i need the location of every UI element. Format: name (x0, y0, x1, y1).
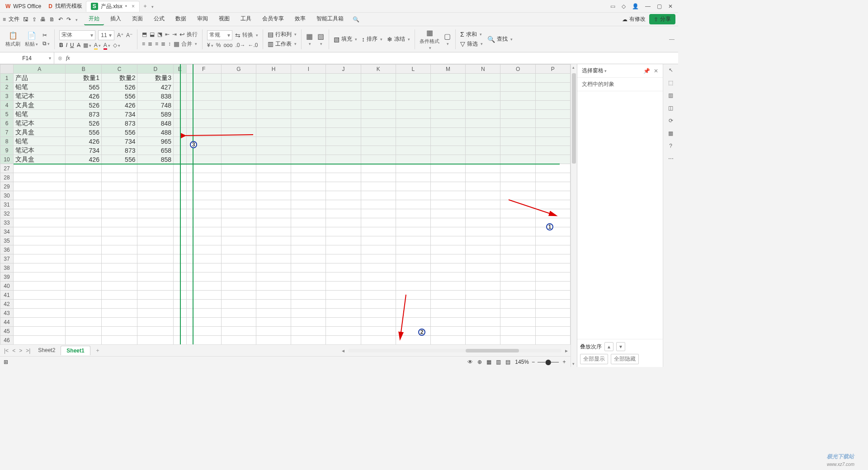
col-header-F[interactable]: F (186, 65, 221, 74)
cell-B9[interactable]: 734 (66, 146, 102, 155)
cell-J1[interactable] (326, 74, 361, 83)
cell-M41[interactable] (430, 291, 465, 300)
cell-G45[interactable] (221, 327, 256, 336)
cell-G36[interactable] (221, 245, 256, 254)
cell-G30[interactable] (221, 191, 256, 200)
cell-F2[interactable] (186, 83, 221, 92)
menu-tab-7[interactable]: 工具 (236, 13, 256, 25)
cell-K45[interactable] (361, 327, 396, 336)
cell-J36[interactable] (326, 245, 361, 254)
cell-J43[interactable] (326, 309, 361, 318)
cell-F29[interactable] (186, 182, 221, 191)
cell-D7[interactable]: 488 (137, 128, 174, 137)
cell-E4[interactable] (173, 101, 186, 110)
filter-button[interactable]: ▽筛选 (460, 40, 483, 48)
cell-B36[interactable] (66, 245, 102, 254)
cell-E38[interactable] (173, 263, 186, 273)
cell-P29[interactable] (535, 182, 570, 191)
col-header-M[interactable]: M (430, 65, 465, 74)
cell-A8[interactable]: 铅笔 (13, 137, 65, 146)
cell-K42[interactable] (361, 300, 396, 309)
cell-A46[interactable] (13, 336, 65, 345)
cell-H32[interactable] (256, 209, 291, 218)
cell-I42[interactable] (291, 300, 326, 309)
align-justify-icon[interactable]: ≣ (161, 41, 165, 47)
cell-M39[interactable] (430, 273, 465, 282)
cell-P37[interactable] (535, 254, 570, 263)
cell-A32[interactable] (13, 209, 65, 218)
cell-B31[interactable] (66, 200, 102, 209)
menu-tab-0[interactable]: 开始 (84, 13, 104, 25)
cell-F42[interactable] (186, 300, 221, 309)
cell-I36[interactable] (291, 245, 326, 254)
cell-O38[interactable] (500, 263, 535, 273)
cell-H1[interactable] (256, 74, 291, 83)
row-header-35[interactable]: 35 (0, 236, 14, 245)
cell-J33[interactable] (326, 218, 361, 227)
cell-L39[interactable] (396, 273, 430, 282)
cell-H10[interactable] (256, 155, 291, 164)
cell-B44[interactable] (66, 318, 102, 327)
cell-J42[interactable] (326, 300, 361, 309)
cell-J3[interactable] (326, 92, 361, 101)
cell-H3[interactable] (256, 92, 291, 101)
cell-J46[interactable] (326, 336, 361, 345)
cell-A42[interactable] (13, 300, 65, 309)
cell-D2[interactable]: 427 (137, 83, 174, 92)
row-header-8[interactable]: 8 (0, 137, 14, 146)
cell-M34[interactable] (430, 227, 465, 236)
cell-O2[interactable] (500, 83, 535, 92)
cell-P10[interactable] (535, 155, 570, 164)
hscroll-left-icon[interactable]: ◂ (342, 348, 344, 354)
cell-O29[interactable] (500, 182, 535, 191)
cell-D9[interactable]: 658 (137, 146, 174, 155)
cell-A29[interactable] (13, 182, 65, 191)
cell-F43[interactable] (186, 309, 221, 318)
cell-H2[interactable] (256, 83, 291, 92)
vscroll-up-icon[interactable]: ▴ (572, 65, 575, 70)
cell-G37[interactable] (221, 254, 256, 263)
cell-F4[interactable] (186, 101, 221, 110)
cell-N42[interactable] (466, 300, 500, 309)
name-box-input[interactable] (11, 55, 43, 61)
cell-F1[interactable] (186, 74, 221, 83)
cell-L38[interactable] (396, 263, 430, 273)
row-header-37[interactable]: 37 (0, 254, 14, 263)
cell-B10[interactable]: 426 (66, 155, 102, 164)
cell-B34[interactable] (66, 227, 102, 236)
cell-H34[interactable] (256, 227, 291, 236)
cell-M43[interactable] (430, 309, 465, 318)
cell-B42[interactable] (66, 300, 102, 309)
cell-K3[interactable] (361, 92, 396, 101)
cell-C32[interactable] (101, 209, 137, 218)
sheet-tab-Sheet1[interactable]: Sheet1 (61, 346, 90, 355)
cell-G35[interactable] (221, 236, 256, 245)
cell-F5[interactable] (186, 110, 221, 119)
cell-N28[interactable] (466, 173, 500, 182)
cell-H27[interactable] (256, 164, 291, 173)
cell-P3[interactable] (535, 92, 570, 101)
cell-G9[interactable] (221, 146, 256, 155)
cell-A6[interactable]: 笔记本 (13, 119, 65, 128)
cell-N44[interactable] (466, 318, 500, 327)
cell-B32[interactable] (66, 209, 102, 218)
row-header-4[interactable]: 4 (0, 101, 14, 110)
col-header-N[interactable]: N (466, 65, 500, 74)
merge-button[interactable]: ▦合并 (174, 40, 197, 48)
cell-J30[interactable] (326, 191, 361, 200)
font-color-icon[interactable]: A (104, 42, 110, 48)
cell-P7[interactable] (535, 128, 570, 137)
cell-I40[interactable] (291, 282, 326, 291)
row-header-3[interactable]: 3 (0, 92, 14, 101)
cell-G43[interactable] (221, 309, 256, 318)
sheet-nav-first[interactable]: |< (3, 348, 10, 354)
cell-J31[interactable] (326, 200, 361, 209)
cell-N2[interactable] (466, 83, 500, 92)
backup-tool-icon[interactable]: ⟳ (669, 118, 673, 124)
cell-M32[interactable] (430, 209, 465, 218)
cell-N29[interactable] (466, 182, 500, 191)
cell-C42[interactable] (101, 300, 137, 309)
cell-C4[interactable]: 426 (101, 101, 137, 110)
zoom-in-icon[interactable]: ＋ (561, 358, 567, 366)
copy-icon[interactable]: ⧉ (42, 40, 50, 47)
